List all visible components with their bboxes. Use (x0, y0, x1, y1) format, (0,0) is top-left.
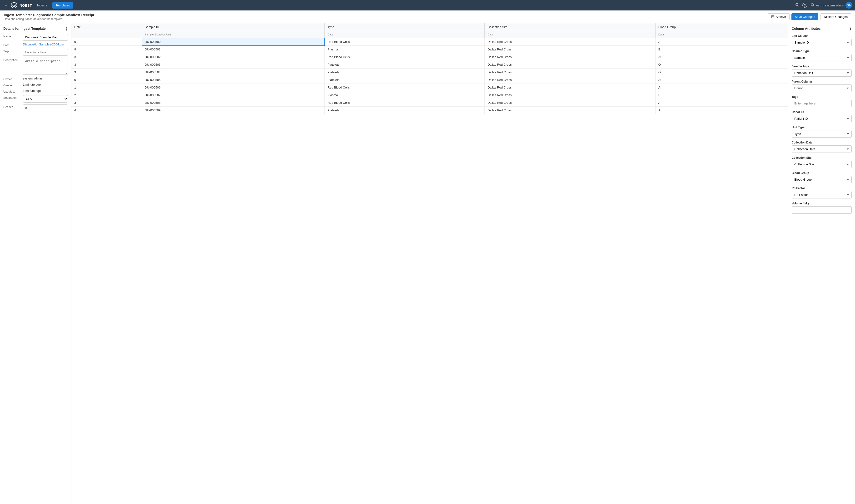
cell-date: 3 (71, 99, 142, 107)
center-content: Date Sample ID Type Collection Site Bloo… (71, 23, 788, 504)
owner-value: system admin (23, 77, 42, 80)
cell-type: Platelets (325, 61, 485, 69)
description-textarea[interactable] (23, 58, 68, 75)
discard-changes-button[interactable]: Discard Changes (820, 13, 851, 20)
expand-right-panel-button[interactable]: ❱ (849, 27, 852, 31)
collapse-panel-button[interactable]: ❰ (65, 26, 68, 31)
sample-type-section: Sample Type Donation Unit Aliquot Primar… (792, 65, 852, 77)
table-header-row: Date Sample ID Type Collection Site Bloo… (71, 23, 788, 31)
cell-type: Red Blood Cells (325, 99, 485, 107)
user-info: esp | system admin SA (816, 2, 852, 8)
file-link[interactable]: Diagnostic_Samples-2054.csv (23, 42, 65, 46)
blood-group-select[interactable]: Blood Group None (792, 176, 852, 183)
rh-factor-select[interactable]: Rh Factor None (792, 191, 852, 198)
subcol-blood-group: Data (655, 31, 788, 38)
volume-section: Volume (mL) (792, 202, 852, 214)
cell-sample-id[interactable]: DU-000506 (142, 84, 325, 91)
user-locale: esp (816, 4, 821, 7)
right-tags-input[interactable] (792, 100, 852, 107)
donor-id-select[interactable]: Patient ID Donor ID None (792, 115, 852, 122)
help-icon[interactable]: ? (802, 3, 807, 7)
archive-icon (771, 15, 774, 18)
search-icon[interactable] (795, 3, 799, 7)
save-changes-button[interactable]: Save Changes (791, 13, 818, 20)
cell-sample-id[interactable]: DU-000501 (142, 46, 325, 53)
cell-sample-id[interactable]: DU-000509 (142, 107, 325, 114)
templates-nav-button[interactable]: Templates (52, 2, 73, 8)
parent-column-label: Parent Column (792, 80, 852, 83)
subcol-date (71, 31, 142, 38)
page-title-block: Ingest Template: Diagnostic Sample Manif… (4, 13, 94, 21)
cell-collection-site: Dallas Red Cross (485, 38, 655, 46)
bell-icon[interactable] (811, 3, 814, 7)
column-type-select[interactable]: Sample Donor Patient Data (792, 54, 852, 61)
cell-collection-site: Dallas Red Cross (485, 46, 655, 53)
cell-collection-site: Dallas Red Cross (485, 84, 655, 91)
archive-button[interactable]: Archive (768, 13, 789, 20)
subcol-sample-id: Sample: Donation Unit (142, 31, 325, 38)
svg-line-2 (798, 5, 799, 6)
logo-icon (11, 2, 17, 8)
header-input[interactable] (23, 105, 68, 111)
cell-blood-group: O (655, 69, 788, 76)
unit-type-select[interactable]: Type Category None (792, 130, 852, 138)
owner-row: Owner: system admin (3, 77, 68, 81)
main-layout: Details for Ingest Template ❰ Name File:… (0, 23, 855, 504)
edit-column-select[interactable]: Sample ID Type Collection Site Blood Gro… (792, 39, 852, 46)
rh-factor-section: Rh Factor Rh Factor None (792, 186, 852, 198)
cell-sample-id[interactable]: DU-000500 (142, 38, 325, 46)
cell-type: Plasma (325, 46, 485, 53)
cell-collection-site: Dallas Red Cross (485, 53, 655, 61)
cell-sample-id[interactable]: DU-000503 (142, 61, 325, 69)
table-row: 9DU-000501PlasmaDallas Red CrossB (71, 46, 788, 53)
cell-collection-site: Dallas Red Cross (485, 107, 655, 114)
file-label: File: (3, 42, 20, 47)
cell-sample-id[interactable]: DU-000504 (142, 69, 325, 76)
unit-type-label: Unit Type (792, 126, 852, 129)
right-panel: Column Attributes ❱ Edit Column Sample I… (788, 23, 855, 504)
cell-blood-group: O (655, 61, 788, 69)
user-name: system admin (825, 4, 844, 7)
cell-blood-group: A (655, 84, 788, 91)
table-row: 3DU-000502Red Blood CellsDallas Red Cros… (71, 53, 788, 61)
cell-date: 9 (71, 38, 142, 46)
cell-date: 2 (71, 91, 142, 99)
separator-select[interactable]: CSV TSV Pipe Space (23, 95, 68, 103)
left-panel: Details for Ingest Template ❰ Name File:… (0, 23, 71, 504)
tags-input[interactable] (23, 49, 68, 56)
header-row: Header: (3, 105, 68, 111)
cell-sample-id[interactable]: DU-000505 (142, 76, 325, 84)
cell-sample-id[interactable]: DU-000508 (142, 99, 325, 107)
nav-icons: ? (795, 3, 814, 7)
ingests-nav-button[interactable]: Ingests (34, 2, 51, 8)
cell-date: 3 (71, 61, 142, 69)
parent-column-select[interactable]: Donor Patient None (792, 85, 852, 92)
cell-blood-group: A (655, 99, 788, 107)
cell-type: Plasma (325, 91, 485, 99)
cell-sample-id[interactable]: DU-000507 (142, 91, 325, 99)
cell-collection-site: Dallas Red Cross (485, 69, 655, 76)
data-table: Date Sample ID Type Collection Site Bloo… (71, 23, 788, 114)
cell-sample-id[interactable]: DU-000502 (142, 53, 325, 61)
cell-type: Platelets (325, 76, 485, 84)
collection-site-select[interactable]: Collection Site None (792, 161, 852, 168)
cell-type: Red Blood Cells (325, 38, 485, 46)
sample-type-select[interactable]: Donation Unit Aliquot Primary (792, 69, 852, 77)
cell-type: Red Blood Cells (325, 84, 485, 91)
updated-row: Updated: 1 minute ago (3, 89, 68, 93)
header-label: Header: (3, 105, 20, 109)
page-title: Ingest Template: Diagnostic Sample Manif… (4, 13, 94, 17)
created-label: Created: (3, 83, 20, 87)
name-input[interactable] (23, 34, 68, 41)
cell-date: 9 (71, 69, 142, 76)
cell-date: 4 (71, 107, 142, 114)
separator-label: Separator: (3, 95, 20, 100)
collection-date-select[interactable]: Collection Date None (792, 145, 852, 153)
col-collection-site: Collection Site (485, 23, 655, 31)
right-panel-title: Column Attributes ❱ (792, 26, 852, 31)
volume-input[interactable] (792, 206, 852, 214)
back-button[interactable]: ← (3, 2, 9, 9)
parent-column-section: Parent Column Donor Patient None (792, 80, 852, 92)
blood-group-label: Blood Group (792, 171, 852, 175)
table-row: 2DU-000507PlasmaDallas Red CrossB (71, 91, 788, 99)
